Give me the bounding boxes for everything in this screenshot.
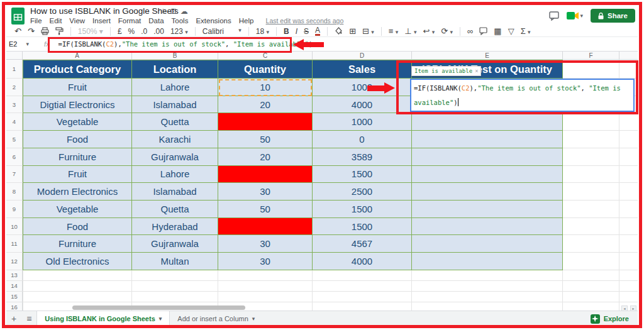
cell-product-category[interactable]: Vegetable [23, 113, 132, 131]
cell-empty[interactable] [619, 218, 638, 236]
cell-empty[interactable] [563, 218, 619, 236]
row-number[interactable]: 2 [6, 79, 23, 96]
menu-item[interactable]: Insert [92, 17, 111, 25]
cell-quantity[interactable]: 30 [218, 235, 313, 253]
menu-item[interactable]: Format [118, 17, 141, 25]
column-letter[interactable]: F [563, 52, 619, 59]
cell-empty[interactable] [563, 201, 619, 218]
scroll-right-icon[interactable]: ▸ [630, 305, 636, 311]
increase-decimal-button[interactable]: .00 [153, 27, 164, 36]
undo-button[interactable]: ↶ [14, 26, 21, 36]
cell-quantity[interactable]: 30 [218, 183, 313, 201]
menu-item[interactable]: Extensions [196, 17, 231, 25]
row-number[interactable]: 13 [6, 270, 23, 281]
title-action-icons[interactable]: ☆⊡☁ [160, 7, 192, 16]
menu-item[interactable]: File [30, 17, 42, 25]
currency-format-button[interactable]: £ [118, 27, 122, 36]
cell-sales[interactable]: 1000 [313, 113, 412, 131]
cell-empty[interactable] [313, 302, 412, 311]
cell-location[interactable]: Lahore [132, 166, 218, 184]
cell-product-category[interactable]: Old Electronics [23, 253, 132, 270]
header-quantity[interactable]: Quantity [218, 60, 313, 79]
header-location[interactable]: Location [132, 60, 218, 79]
cell-empty[interactable] [132, 281, 218, 292]
cell-empty[interactable] [619, 113, 638, 131]
cell-empty[interactable] [23, 270, 132, 281]
cell-product-category[interactable]: Vegetable [23, 201, 132, 218]
document-title[interactable]: How to use ISBLANK in Google Sheets [30, 6, 179, 16]
cell-sales[interactable]: 0 [313, 131, 412, 148]
decrease-decimal-button[interactable]: .0 [141, 27, 147, 36]
move-folder-icon[interactable]: ⊡ [170, 7, 180, 16]
vertical-align-button[interactable]: ⊥ ▾ [404, 26, 416, 36]
cell-sales[interactable]: 1500 [313, 201, 412, 218]
cell-quantity[interactable]: 50 [218, 201, 313, 218]
cell-quantity[interactable]: 20 [218, 148, 313, 166]
cell-location[interactable]: Lahore [132, 79, 218, 96]
strikethrough-button[interactable]: S [304, 27, 309, 36]
cell-sales[interactable]: 2500 [313, 183, 412, 201]
cell-sales[interactable]: 3589 [313, 148, 412, 166]
name-box[interactable]: E2▾ [6, 40, 40, 48]
add-sheet-button[interactable]: + [11, 314, 16, 324]
cell-empty[interactable] [619, 131, 638, 148]
insert-comment-button[interactable] [479, 27, 487, 35]
cell-empty[interactable] [132, 292, 218, 302]
meet-button[interactable]: ▾ [567, 11, 584, 20]
more-formats-button[interactable]: 123 ▾ [170, 27, 188, 36]
cell-empty[interactable] [563, 235, 619, 253]
sheet-tab[interactable]: Add or insert a Column▾ [170, 311, 262, 327]
cell-empty[interactable] [563, 183, 619, 201]
cell-empty[interactable] [412, 281, 563, 292]
cell-empty[interactable] [563, 270, 619, 281]
row-number[interactable]: 4 [6, 113, 23, 131]
row-number[interactable]: 12 [6, 253, 23, 270]
cell-empty[interactable] [619, 60, 638, 79]
cell-empty[interactable] [218, 292, 313, 302]
row-number[interactable]: 15 [6, 292, 23, 302]
column-letter[interactable]: D [313, 52, 412, 59]
horizontal-align-button[interactable]: ≡ ▾ [389, 26, 398, 36]
cell-sales[interactable]: 1500 [313, 218, 412, 236]
cell-isblank-result[interactable] [412, 235, 563, 253]
row-number[interactable]: 5 [6, 131, 23, 148]
cell-empty[interactable] [563, 253, 619, 270]
text-rotation-button[interactable]: ⟳ ▾ [441, 26, 453, 36]
cell-empty[interactable] [619, 166, 638, 184]
menu-item[interactable]: Help [239, 17, 254, 25]
column-letter[interactable]: C [218, 52, 313, 59]
cell-quantity[interactable] [218, 166, 313, 184]
cell-product-category[interactable]: Fruit [23, 166, 132, 184]
cell-location[interactable]: Islamabad [132, 96, 218, 114]
cell-sales[interactable]: 4000 [313, 96, 412, 114]
cell-location[interactable]: Quetta [132, 113, 218, 131]
functions-button[interactable]: Σ ▾ [521, 26, 531, 36]
star-icon[interactable]: ☆ [160, 7, 170, 16]
cell-empty[interactable] [23, 281, 132, 292]
sheets-logo-icon[interactable] [11, 8, 25, 25]
header-sales[interactable]: Sales [313, 60, 412, 79]
cell-sales[interactable]: 4000 [313, 253, 412, 270]
cell-product-category[interactable]: Furniture [23, 148, 132, 166]
text-color-button[interactable]: A [315, 27, 320, 36]
cell-isblank-result[interactable] [412, 113, 563, 131]
cell-empty[interactable] [412, 270, 563, 281]
cell-sales[interactable]: 4567 [313, 235, 412, 253]
cell-empty[interactable] [218, 270, 313, 281]
cell-empty[interactable] [563, 302, 619, 311]
chevron-down-icon[interactable]: ▾ [252, 316, 255, 322]
chevron-down-icon[interactable]: ▾ [580, 13, 584, 19]
all-sheets-button[interactable]: ≡ [26, 314, 31, 324]
cell-product-category[interactable]: Modern Electronics [23, 183, 132, 201]
comment-history-icon[interactable] [549, 11, 559, 21]
bold-button[interactable]: B [284, 27, 289, 36]
menu-item[interactable]: Tools [172, 17, 189, 25]
row-number[interactable]: 14 [6, 281, 23, 292]
menu-item[interactable]: Data [148, 17, 164, 25]
cell-editor-e2[interactable]: =IF(ISBLANK(C2),"The item is out of stoc… [410, 79, 635, 112]
cell-isblank-result[interactable] [412, 201, 563, 218]
chevron-down-icon[interactable]: ▾ [159, 316, 162, 322]
cell-empty[interactable] [313, 292, 412, 302]
cell-location[interactable]: Gujranwala [132, 148, 218, 166]
menu-item[interactable]: Edit [50, 17, 62, 25]
